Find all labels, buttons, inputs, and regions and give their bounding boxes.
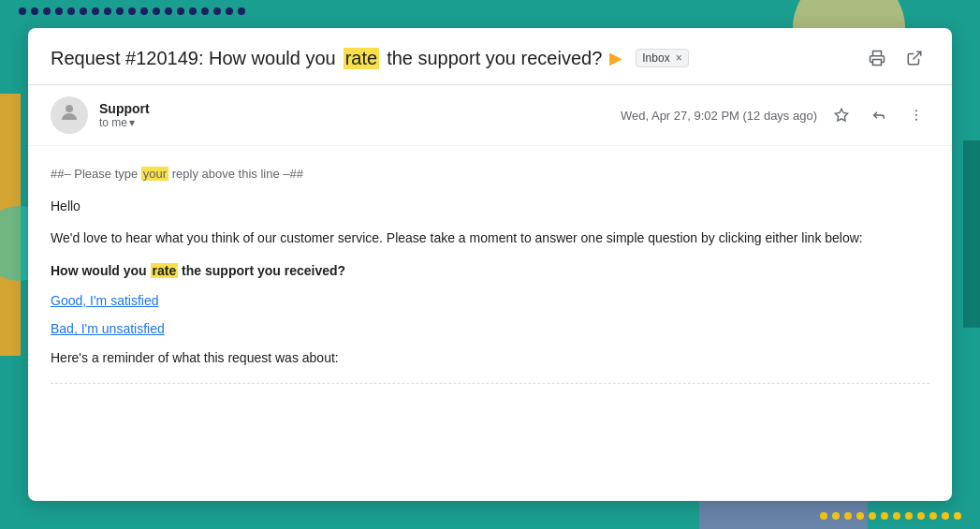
- to-dropdown-arrow: ▾: [129, 116, 135, 129]
- reply-hint-prefix: ##– Please type: [51, 167, 141, 181]
- reply-button[interactable]: [866, 102, 892, 128]
- header-actions: [862, 43, 929, 73]
- email-divider: [51, 383, 929, 384]
- avatar-icon: [58, 101, 80, 129]
- decorative-dots-top: [19, 7, 245, 15]
- svg-marker-3: [835, 109, 847, 121]
- svg-point-4: [915, 110, 917, 111]
- email-greeting: Hello: [51, 196, 929, 216]
- link-bad[interactable]: Bad, I'm unsatisfied: [51, 318, 929, 339]
- open-new-window-button[interactable]: [900, 43, 929, 73]
- sender-meta: Wed, Apr 27, 9:02 PM (12 days ago): [621, 102, 929, 128]
- print-button[interactable]: [862, 43, 892, 73]
- svg-point-6: [915, 119, 917, 121]
- reply-hint-highlight: your: [141, 167, 168, 181]
- email-date: Wed, Apr 27, 9:02 PM (12 days ago): [621, 109, 817, 123]
- inbox-badge-label: Inbox: [642, 51, 669, 65]
- subject-prefix: Request #120149: How would you: [51, 48, 336, 69]
- inbox-badge: Inbox ×: [636, 49, 688, 67]
- email-card: Request #120149: How would you rate the …: [28, 28, 952, 501]
- svg-point-5: [915, 114, 917, 116]
- reply-hint: ##– Please type your reply above this li…: [51, 165, 929, 184]
- more-options-button[interactable]: [903, 102, 929, 128]
- sender-row: Support to me ▾ Wed, Apr 27, 9:02 PM (12…: [28, 85, 952, 146]
- svg-rect-0: [873, 60, 882, 66]
- sender-name: Support: [99, 101, 609, 116]
- email-subject: Request #120149: How would you rate the …: [51, 48, 853, 69]
- question-suffix: the support you received?: [178, 263, 345, 278]
- subject-suffix: the support you received?: [387, 48, 602, 69]
- question-prefix: How would you: [51, 263, 151, 278]
- sender-info: Support to me ▾: [99, 101, 609, 129]
- star-button[interactable]: [828, 102, 855, 128]
- decorative-dots-bottom-right: [820, 512, 961, 520]
- arrow-icon: ▶: [609, 48, 622, 68]
- svg-line-1: [914, 51, 921, 59]
- avatar: [51, 96, 88, 134]
- email-header: Request #120149: How would you rate the …: [28, 28, 952, 85]
- email-intro: We'd love to hear what you think of our …: [51, 228, 929, 248]
- sender-to[interactable]: to me ▾: [99, 116, 609, 129]
- svg-point-2: [66, 105, 73, 112]
- decorative-rect-right: [963, 140, 980, 328]
- to-label: to me: [99, 116, 127, 129]
- question-highlight: rate: [151, 263, 179, 278]
- subject-highlight: rate: [344, 48, 379, 69]
- email-body: ##– Please type your reply above this li…: [28, 146, 952, 501]
- inbox-badge-close[interactable]: ×: [676, 51, 682, 65]
- link-good[interactable]: Good, I'm satisfied: [51, 290, 929, 311]
- email-reminder: Here's a reminder of what this request w…: [51, 347, 929, 368]
- reply-hint-suffix: reply above this line –##: [168, 167, 303, 181]
- email-question: How would you rate the support you recei…: [51, 260, 929, 281]
